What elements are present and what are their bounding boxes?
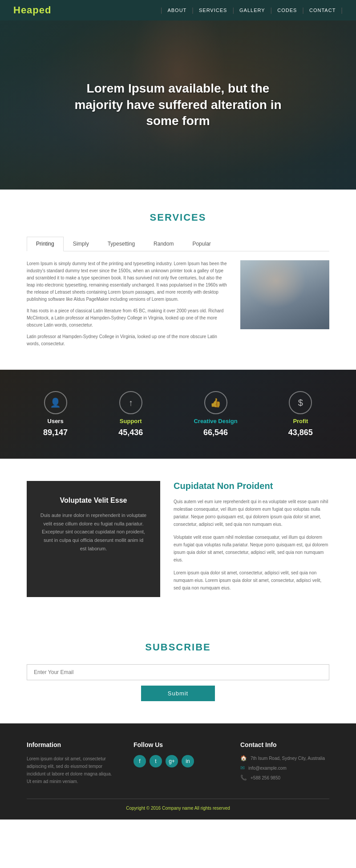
contact-phone: 📞 +588 256 9850 bbox=[240, 775, 329, 781]
info-main-title: Cupidatat Non Proident bbox=[174, 481, 329, 491]
social-google[interactable]: g+ bbox=[166, 755, 178, 767]
tab-simply[interactable]: Simply bbox=[64, 237, 98, 251]
info-section: Voluptate Velit Esse Duis aute irure dol… bbox=[0, 459, 356, 619]
info-box-title: Voluptate Velit Esse bbox=[60, 497, 127, 505]
stat-item-creative: 👍 Creative Design 66,546 bbox=[194, 391, 237, 437]
services-text: Lorem Ipsum is simply dummy text of the … bbox=[27, 260, 227, 352]
stat-item-users: 👤 Users 89,147 bbox=[43, 391, 68, 437]
services-tabs: Printing Simply Typesetting Random Popul… bbox=[27, 237, 329, 251]
services-section-title: SERVICES bbox=[27, 212, 329, 223]
site-logo[interactable]: Heaped bbox=[13, 4, 51, 16]
nav-contact[interactable]: CONTACT bbox=[304, 8, 341, 13]
social-twitter[interactable]: t bbox=[150, 755, 162, 767]
info-box: Voluptate Velit Esse Duis aute irure dol… bbox=[27, 481, 160, 597]
hero-content: Lorem Ipsum available, but the majority … bbox=[62, 72, 294, 138]
phone-icon: 📞 bbox=[240, 775, 247, 781]
nav-gallery[interactable]: GALLERY bbox=[234, 8, 271, 13]
copyright-text: Copyright © 2016 Company name All rights… bbox=[126, 806, 230, 811]
nav-divider: | bbox=[341, 7, 343, 14]
footer-follow-title: Follow Us bbox=[134, 741, 222, 748]
stat-number-users: 89,147 bbox=[43, 428, 68, 437]
social-facebook[interactable]: f bbox=[134, 755, 146, 767]
services-image-bg bbox=[240, 260, 329, 329]
info-main: Cupidatat Non Proident Quis autem vel eu… bbox=[174, 481, 329, 597]
tab-typesetting[interactable]: Typesetting bbox=[98, 237, 144, 251]
stat-item-support: ↑ Support 45,436 bbox=[118, 391, 143, 437]
info-paragraph-1: Quis autem vel eum iure reprehenderit qu… bbox=[174, 498, 329, 528]
stat-item-profit: $ Profit 43,865 bbox=[288, 391, 313, 437]
stat-label-users: Users bbox=[48, 418, 64, 424]
email-icon: ✉ bbox=[240, 765, 245, 771]
footer-contact-title: Contact Info bbox=[240, 741, 329, 748]
subscribe-section-title: SUBSCRIBE bbox=[27, 642, 329, 653]
services-content: Lorem Ipsum is simply dummy text of the … bbox=[27, 260, 329, 352]
hero-section: Lorem Ipsum available, but the majority … bbox=[0, 20, 356, 190]
hero-title: Lorem Ipsum available, but the majority … bbox=[71, 81, 285, 129]
email-input[interactable] bbox=[27, 664, 329, 680]
footer-top: Information Lorem ipsum dolor sit amet, … bbox=[27, 741, 329, 799]
contact-phone-text: +588 256 9850 bbox=[251, 775, 280, 780]
social-linkedin[interactable]: in bbox=[182, 755, 194, 767]
contact-email: ✉ info@example.com bbox=[240, 765, 329, 771]
nav-codes[interactable]: CODES bbox=[272, 8, 302, 13]
info-paragraph-3: Lorem ipsum quia dolor sit amet, consect… bbox=[174, 569, 329, 592]
stat-label-support: Support bbox=[120, 418, 142, 424]
services-paragraph-1: Lorem Ipsum is simply dummy text of the … bbox=[27, 260, 227, 303]
tab-printing[interactable]: Printing bbox=[27, 237, 64, 251]
contact-address: 🏠 7th Isum Road, Sydney City, Australia bbox=[240, 755, 329, 761]
subscribe-form: Submit bbox=[27, 664, 329, 701]
stat-icon-support: ↑ bbox=[119, 391, 142, 414]
nav-about[interactable]: ABOUT bbox=[162, 8, 192, 13]
footer-bottom: Copyright © 2016 Company name All rights… bbox=[27, 799, 329, 811]
stat-number-creative: 66,546 bbox=[203, 428, 228, 437]
footer-contact: Contact Info 🏠 7th Isum Road, Sydney Cit… bbox=[240, 741, 329, 785]
stat-icon-creative: 👍 bbox=[204, 391, 227, 414]
tab-popular[interactable]: Popular bbox=[183, 237, 220, 251]
services-section: SERVICES Printing Simply Typesetting Ran… bbox=[0, 190, 356, 370]
footer: Information Lorem ipsum dolor sit amet, … bbox=[0, 723, 356, 820]
nav-services[interactable]: SERVICES bbox=[194, 8, 232, 13]
stat-icon-users: 👤 bbox=[44, 391, 67, 414]
subscribe-section: SUBSCRIBE Submit bbox=[0, 619, 356, 723]
stat-icon-profit: $ bbox=[289, 391, 312, 414]
submit-button[interactable]: Submit bbox=[141, 686, 215, 701]
contact-email-text: info@example.com bbox=[248, 766, 287, 771]
stat-label-profit: Profit bbox=[293, 418, 308, 424]
social-icons: f t g+ in bbox=[134, 755, 222, 767]
address-icon: 🏠 bbox=[240, 755, 247, 761]
info-paragraph-2: Voluptate velit esse quam nihil molestia… bbox=[174, 533, 329, 564]
contact-address-text: 7th Isum Road, Sydney City, Australia bbox=[251, 756, 325, 761]
services-paragraph-2: It has roots in a piece of classical Lat… bbox=[27, 307, 227, 329]
footer-information-title: Information bbox=[27, 741, 116, 748]
stat-number-profit: 43,865 bbox=[288, 428, 313, 437]
stats-section: 👤 Users 89,147 ↑ Support 45,436 👍 Creati… bbox=[0, 370, 356, 459]
stat-number-support: 45,436 bbox=[118, 428, 143, 437]
footer-information-text: Lorem ipsum dolor sit amet, consectetur … bbox=[27, 755, 116, 785]
navbar: Heaped | ABOUT | SERVICES | GALLERY | CO… bbox=[0, 0, 356, 20]
footer-information: Information Lorem ipsum dolor sit amet, … bbox=[27, 741, 116, 785]
tab-random[interactable]: Random bbox=[144, 237, 183, 251]
nav-menu: | ABOUT | SERVICES | GALLERY | CODES | C… bbox=[161, 7, 343, 14]
footer-follow-us: Follow Us f t g+ in bbox=[134, 741, 222, 785]
info-box-text: Duis aute irure dolor in reprehenderit i… bbox=[40, 511, 147, 553]
services-image bbox=[240, 260, 329, 329]
services-paragraph-3: Latin professor at Hampden-Sydney Colleg… bbox=[27, 333, 227, 347]
stat-label-creative: Creative Design bbox=[194, 418, 237, 424]
